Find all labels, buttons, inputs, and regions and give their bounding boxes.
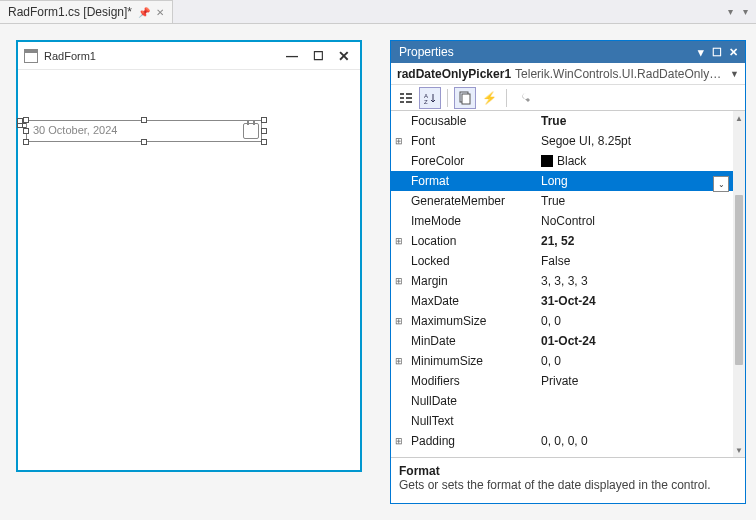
selection-handle[interactable] bbox=[23, 139, 29, 145]
property-value[interactable]: False bbox=[537, 254, 733, 268]
maximize-icon[interactable]: ☐ bbox=[709, 46, 725, 59]
property-value-text: Black bbox=[557, 154, 586, 168]
property-value[interactable]: Black bbox=[537, 154, 733, 168]
minimize-button[interactable]: — bbox=[282, 49, 302, 63]
window-position-icon[interactable]: ▾ bbox=[693, 46, 709, 59]
selection-handle[interactable] bbox=[261, 139, 267, 145]
chevron-down-icon[interactable]: ▼ bbox=[730, 69, 739, 79]
property-value[interactable]: 3, 3, 3, 3 bbox=[537, 274, 733, 288]
property-row[interactable]: ⊞Padding0, 0, 0, 0 bbox=[391, 431, 733, 451]
selection-handle[interactable] bbox=[23, 128, 29, 134]
tab-row-options: ▾ ▾ bbox=[728, 0, 756, 23]
close-button[interactable]: ✕ bbox=[334, 48, 354, 64]
svg-text:Z: Z bbox=[424, 99, 428, 105]
property-value-text: 01-Oct-24 bbox=[541, 334, 596, 348]
expand-icon[interactable]: ⊞ bbox=[391, 236, 407, 246]
property-row[interactable]: NullDate bbox=[391, 391, 733, 411]
property-value[interactable]: True bbox=[537, 114, 733, 128]
property-row[interactable]: NullText bbox=[391, 411, 733, 431]
property-value-text: 0, 0, 0, 0 bbox=[541, 434, 588, 448]
property-name: Padding bbox=[407, 434, 537, 448]
property-value-text: NoControl bbox=[541, 214, 595, 228]
property-row[interactable]: GenerateMemberTrue bbox=[391, 191, 733, 211]
selection-handle[interactable] bbox=[141, 139, 147, 145]
window-options-icon[interactable]: ▾ bbox=[728, 6, 733, 17]
property-pages-icon[interactable] bbox=[454, 87, 476, 109]
properties-grid[interactable]: FocusableTrue⊞FontSegoe UI, 8.25ptForeCo… bbox=[391, 111, 733, 457]
events-icon[interactable]: ⚡ bbox=[478, 87, 500, 109]
property-row[interactable]: ImeModeNoControl bbox=[391, 211, 733, 231]
document-tab[interactable]: RadForm1.cs [Design]* 📌 ✕ bbox=[0, 0, 173, 23]
property-row[interactable]: MaxDate31-Oct-24 bbox=[391, 291, 733, 311]
property-value[interactable]: 0, 0 bbox=[537, 314, 733, 328]
calendar-icon[interactable] bbox=[243, 123, 259, 139]
property-row[interactable]: MinDate01-Oct-24 bbox=[391, 331, 733, 351]
property-row[interactable]: ForeColorBlack bbox=[391, 151, 733, 171]
property-value-text: 31-Oct-24 bbox=[541, 294, 596, 308]
property-row[interactable]: ⊞MinimumSize0, 0 bbox=[391, 351, 733, 371]
property-row[interactable]: FormatLong⌄ bbox=[391, 171, 733, 191]
property-value-text: True bbox=[541, 114, 566, 128]
maximize-button[interactable]: ☐ bbox=[308, 49, 328, 63]
property-value[interactable]: Segoe UI, 8.25pt bbox=[537, 134, 733, 148]
property-value[interactable]: 0, 0 bbox=[537, 354, 733, 368]
scrollbar[interactable]: ▲ ▼ bbox=[733, 111, 745, 457]
property-row[interactable]: ⊞Location21, 52 bbox=[391, 231, 733, 251]
property-name: NullText bbox=[407, 414, 537, 428]
wrench-icon[interactable] bbox=[513, 87, 535, 109]
object-selector[interactable]: radDateOnlyPicker1 Telerik.WinControls.U… bbox=[391, 63, 745, 85]
property-value-text: 21, 52 bbox=[541, 234, 574, 248]
property-row[interactable]: FocusableTrue bbox=[391, 111, 733, 131]
expand-icon[interactable]: ⊞ bbox=[391, 436, 407, 446]
alphabetical-icon[interactable]: AZ bbox=[419, 87, 441, 109]
scroll-down-icon[interactable]: ▼ bbox=[733, 443, 745, 457]
selection-handle[interactable] bbox=[261, 128, 267, 134]
property-value[interactable]: Private bbox=[537, 374, 733, 388]
property-name: Format bbox=[407, 174, 537, 188]
close-icon[interactable]: ✕ bbox=[725, 46, 741, 59]
categorized-icon[interactable] bbox=[395, 87, 417, 109]
property-row[interactable]: ⊞MaximumSize0, 0 bbox=[391, 311, 733, 331]
property-row[interactable]: ⊞Margin3, 3, 3, 3 bbox=[391, 271, 733, 291]
property-value-text: Private bbox=[541, 374, 578, 388]
svg-rect-3 bbox=[406, 93, 412, 95]
pin-icon[interactable]: 📌 bbox=[138, 7, 150, 18]
chevron-down-icon[interactable]: ⌄ bbox=[713, 176, 729, 192]
property-value[interactable]: NoControl bbox=[537, 214, 733, 228]
property-row[interactable]: ModifiersPrivate bbox=[391, 371, 733, 391]
property-name: Focusable bbox=[407, 114, 537, 128]
expand-icon[interactable]: ⊞ bbox=[391, 276, 407, 286]
svg-rect-0 bbox=[400, 93, 404, 95]
scroll-thumb[interactable] bbox=[735, 195, 743, 365]
property-value[interactable]: 31-Oct-24 bbox=[537, 294, 733, 308]
designer-form[interactable]: RadForm1 — ☐ ✕ 30 October, 2024 bbox=[16, 40, 362, 472]
selection-handle[interactable] bbox=[141, 117, 147, 123]
property-row[interactable]: LockedFalse bbox=[391, 251, 733, 271]
svg-rect-5 bbox=[406, 101, 412, 103]
scroll-track[interactable] bbox=[733, 125, 745, 443]
expand-icon[interactable]: ⊞ bbox=[391, 136, 407, 146]
selection-handle[interactable] bbox=[23, 117, 29, 123]
close-icon[interactable]: ✕ bbox=[156, 7, 164, 18]
property-value[interactable]: True bbox=[537, 194, 733, 208]
properties-panel: Properties ▾ ☐ ✕ radDateOnlyPicker1 Tele… bbox=[390, 40, 746, 504]
property-value-text: 0, 0 bbox=[541, 354, 561, 368]
property-name: Font bbox=[407, 134, 537, 148]
designer-titlebar: RadForm1 — ☐ ✕ bbox=[18, 42, 360, 70]
description-name: Format bbox=[399, 464, 737, 478]
expand-icon[interactable]: ⊞ bbox=[391, 356, 407, 366]
properties-title: Properties bbox=[399, 45, 693, 59]
property-value[interactable]: 0, 0, 0, 0 bbox=[537, 434, 733, 448]
scroll-up-icon[interactable]: ▲ bbox=[733, 111, 745, 125]
property-name: MinDate bbox=[407, 334, 537, 348]
expand-icon[interactable]: ⊞ bbox=[391, 316, 407, 326]
property-value[interactable]: 21, 52 bbox=[537, 234, 733, 248]
property-value-text: 0, 0 bbox=[541, 314, 561, 328]
active-files-icon[interactable]: ▾ bbox=[743, 6, 748, 17]
property-row[interactable]: ⊞FontSegoe UI, 8.25pt bbox=[391, 131, 733, 151]
property-name: ImeMode bbox=[407, 214, 537, 228]
form-title: RadForm1 bbox=[44, 50, 276, 62]
selection-handle[interactable] bbox=[261, 117, 267, 123]
property-value[interactable]: Long⌄ bbox=[537, 174, 733, 188]
property-value[interactable]: 01-Oct-24 bbox=[537, 334, 733, 348]
